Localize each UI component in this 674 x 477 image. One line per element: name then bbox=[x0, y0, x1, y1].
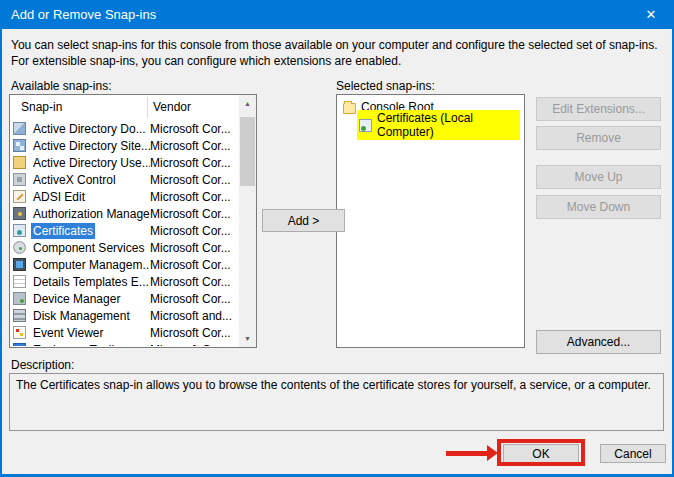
snapin-name: Active Directory Site... bbox=[31, 138, 150, 154]
column-header-snapin[interactable]: Snap-in bbox=[21, 100, 62, 114]
available-snapins-list: Snap-in Vendor Active Directory Do... Mi… bbox=[9, 94, 257, 348]
snapin-vendor: Microsoft Cor... bbox=[150, 190, 231, 204]
snapin-vendor: Microsoft Cor... bbox=[150, 258, 231, 272]
snapin-name: Event Viewer bbox=[31, 325, 105, 341]
exchange-icon bbox=[13, 343, 26, 346]
tree-item[interactable]: Certificates (Local Computer) bbox=[337, 116, 524, 134]
table-row[interactable]: Active Directory Use... Microsoft Cor... bbox=[10, 154, 239, 171]
snapin-vendor: Microsoft Cor... bbox=[150, 122, 231, 136]
snapin-rows: Active Directory Do... Microsoft Cor... … bbox=[10, 120, 239, 346]
table-row[interactable]: Details Templates E... Microsoft Cor... bbox=[10, 273, 239, 290]
description-box: The Certificates snap-in allows you to b… bbox=[9, 373, 664, 431]
table-row[interactable]: Active Directory Do... Microsoft Cor... bbox=[10, 120, 239, 137]
activex-icon bbox=[13, 173, 26, 186]
snapin-name: Device Manager bbox=[31, 291, 122, 307]
description-text: The Certificates snap-in allows you to b… bbox=[16, 378, 651, 392]
selected-snapins-label: Selected snap-ins: bbox=[336, 79, 435, 93]
available-snapins-label: Available snap-ins: bbox=[11, 79, 112, 93]
device-manager-icon bbox=[13, 292, 26, 305]
scroll-up-icon[interactable]: ▲ bbox=[239, 95, 256, 112]
cancel-button[interactable]: Cancel bbox=[600, 444, 666, 463]
snapin-vendor: Microsoft Cor... bbox=[150, 156, 231, 170]
folder-icon bbox=[343, 103, 356, 114]
scroll-down-icon[interactable]: ▼ bbox=[239, 330, 256, 347]
snapin-vendor: Microsoft Cor... bbox=[150, 275, 231, 289]
red-arrow-head-icon bbox=[487, 445, 498, 461]
event-viewer-icon bbox=[13, 326, 26, 339]
table-row[interactable]: Authorization Manager Microsoft Cor... bbox=[10, 205, 239, 222]
scrollbar-thumb[interactable] bbox=[240, 117, 255, 186]
ad-sites-icon bbox=[13, 139, 26, 152]
adsi-icon bbox=[13, 190, 26, 203]
table-row[interactable]: Device Manager Microsoft Cor... bbox=[10, 290, 239, 307]
authman-icon bbox=[13, 207, 26, 220]
component-icon bbox=[13, 241, 26, 254]
snapin-vendor: Microsoft Cor... bbox=[150, 343, 231, 347]
snapin-name: ADSI Edit bbox=[31, 189, 87, 205]
red-arrow-icon bbox=[446, 451, 488, 456]
snapin-name: Active Directory Do... bbox=[31, 121, 148, 137]
table-row[interactable]: Component Services Microsoft Cor... bbox=[10, 239, 239, 256]
dialog-intro-text: You can select snap-ins for this console… bbox=[11, 37, 663, 69]
ad-domains-icon bbox=[13, 122, 26, 135]
column-divider bbox=[147, 97, 148, 118]
snapin-name: ActiveX Control bbox=[31, 172, 118, 188]
snapin-vendor: Microsoft Cor... bbox=[150, 292, 231, 306]
ad-users-icon bbox=[13, 156, 26, 169]
snapin-vendor: Microsoft Cor... bbox=[150, 207, 231, 221]
snapin-name: Computer Managem... bbox=[31, 257, 150, 273]
snapin-name: Active Directory Use... bbox=[31, 155, 150, 171]
selected-snapins-tree: Console Root Certificates (Local Compute… bbox=[336, 94, 525, 348]
table-row[interactable]: ActiveX Control Microsoft Cor... bbox=[10, 171, 239, 188]
snapin-name: Disk Management bbox=[31, 308, 132, 324]
snapin-name: Component Services bbox=[31, 240, 146, 256]
table-row[interactable]: Exchange Toolbox Microsoft Cor... bbox=[10, 341, 239, 346]
snapin-vendor: Microsoft Cor... bbox=[150, 241, 231, 255]
snapin-vendor: Microsoft and... bbox=[150, 309, 232, 323]
title-bar: Add or Remove Snap-ins ✕ bbox=[0, 0, 674, 29]
snapin-vendor: Microsoft Cor... bbox=[150, 139, 231, 153]
table-row[interactable]: Event Viewer Microsoft Cor... bbox=[10, 324, 239, 341]
details-templates-icon bbox=[13, 275, 26, 288]
snapin-name: Exchange Toolbox bbox=[31, 342, 133, 347]
close-icon[interactable]: ✕ bbox=[634, 0, 668, 29]
table-row[interactable]: Computer Managem... Microsoft Cor... bbox=[10, 256, 239, 273]
table-row[interactable]: Active Directory Site... Microsoft Cor..… bbox=[10, 137, 239, 154]
snapin-vendor: Microsoft Cor... bbox=[150, 224, 231, 238]
move-down-button[interactable]: Move Down bbox=[536, 195, 661, 219]
table-row[interactable]: Certificates Microsoft Cor... bbox=[10, 222, 239, 239]
computer-management-icon bbox=[13, 258, 26, 271]
snapin-vendor: Microsoft Cor... bbox=[150, 173, 231, 187]
ok-button[interactable]: OK bbox=[503, 444, 579, 463]
snapin-name: Certificates bbox=[31, 223, 95, 239]
advanced-button[interactable]: Advanced... bbox=[536, 330, 661, 354]
remove-button[interactable]: Remove bbox=[536, 126, 661, 150]
description-label: Description: bbox=[11, 358, 74, 372]
snapin-name: Details Templates E... bbox=[31, 274, 150, 290]
tree-item-label: Certificates (Local Computer) bbox=[377, 111, 518, 139]
table-row[interactable]: Disk Management Microsoft and... bbox=[10, 307, 239, 324]
edit-extensions-button[interactable]: Edit Extensions... bbox=[536, 97, 661, 121]
list-scrollbar[interactable]: ▲ ▼ bbox=[239, 95, 256, 347]
window-title: Add or Remove Snap-ins bbox=[11, 0, 156, 29]
snapin-name: Authorization Manager bbox=[31, 206, 150, 222]
table-row[interactable]: ADSI Edit Microsoft Cor... bbox=[10, 188, 239, 205]
move-up-button[interactable]: Move Up bbox=[536, 165, 661, 189]
add-remove-snapins-dialog: Add or Remove Snap-ins ✕ You can select … bbox=[0, 0, 674, 477]
add-button[interactable]: Add > bbox=[262, 209, 345, 232]
disk-management-icon bbox=[13, 309, 26, 322]
column-header-vendor[interactable]: Vendor bbox=[153, 100, 191, 114]
list-header: Snap-in Vendor bbox=[10, 95, 239, 120]
snapin-vendor: Microsoft Cor... bbox=[150, 326, 231, 340]
certificate-tree-icon bbox=[359, 119, 372, 132]
certificates-icon bbox=[13, 224, 26, 237]
